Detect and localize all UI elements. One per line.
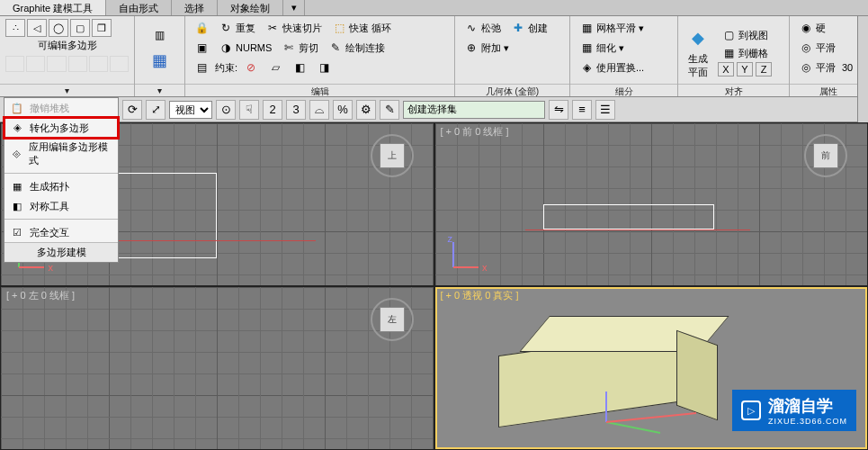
preserve-uv-button[interactable]: 🔒 bbox=[191, 19, 212, 37]
ribbon-tabstrip: Graphite 建模工具 自由形式 选择 对象绘制 ▾ bbox=[0, 0, 868, 16]
constraint-label: 约束: bbox=[215, 61, 237, 75]
tb-mirror[interactable]: ⇋ bbox=[549, 100, 568, 120]
dd-convert-to-poly[interactable]: 🞛转化为多边形 bbox=[4, 118, 118, 138]
create-button[interactable]: ✚创建 bbox=[507, 19, 551, 37]
panel-poly-dropdown[interactable]: ▾ bbox=[0, 84, 134, 96]
vp-left-label[interactable]: [ + 0 左 0 线框 ] bbox=[6, 289, 75, 302]
panel-edit-label[interactable]: 编辑 bbox=[185, 84, 454, 96]
tb-selection-set[interactable] bbox=[403, 101, 545, 119]
poly-mod-5[interactable] bbox=[89, 56, 108, 72]
dd-undo-stack: 📋撤销堆栈 bbox=[4, 98, 118, 118]
subobject-row: ∴ ◁ ◯ ▢ ❒ bbox=[5, 19, 129, 37]
tb-align[interactable]: ≡ bbox=[572, 100, 592, 120]
command-panel-collapsed[interactable] bbox=[857, 16, 868, 122]
tb-layers[interactable]: ☰ bbox=[595, 100, 615, 120]
align-y[interactable]: Y bbox=[737, 62, 753, 76]
make-planar-icon[interactable]: ◆ bbox=[684, 23, 712, 52]
dd-full-interactivity[interactable]: ☑完全交互 bbox=[4, 222, 118, 242]
subobj-element[interactable]: ❒ bbox=[92, 19, 112, 37]
viewcube-front[interactable]: 前 bbox=[802, 132, 849, 179]
tb-manip[interactable]: ☟ bbox=[239, 100, 259, 120]
poly-mod-2[interactable] bbox=[26, 56, 45, 72]
tab-freeform[interactable]: 自由形式 bbox=[106, 0, 172, 15]
stack-icon-2[interactable]: ▦ bbox=[146, 46, 174, 75]
subobj-edge[interactable]: ◁ bbox=[27, 19, 47, 37]
play-icon: ▷ bbox=[741, 400, 761, 420]
align-grid-button[interactable]: ▦到栅格 bbox=[718, 44, 772, 62]
panel-align-label[interactable]: 对齐 bbox=[678, 84, 789, 96]
align-z[interactable]: Z bbox=[756, 62, 772, 76]
tb-anglesnap[interactable]: ⌓ bbox=[309, 100, 329, 120]
collapse-button[interactable]: ▤ bbox=[191, 58, 212, 76]
usedisplace-button[interactable]: ◈使用置换... bbox=[576, 58, 648, 76]
align-view-button[interactable]: ▢到视图 bbox=[718, 26, 772, 44]
subobj-vertex[interactable]: ∴ bbox=[5, 19, 25, 37]
vp-persp-label[interactable]: [ + 0 透视 0 真实 ] bbox=[441, 289, 519, 302]
panel-stack-dropdown[interactable]: ▾ bbox=[135, 84, 184, 96]
svg-line-5 bbox=[606, 422, 660, 433]
constraint-none[interactable]: ⊘ bbox=[240, 58, 262, 76]
poly-mod-3[interactable] bbox=[47, 56, 66, 72]
tb-pctsnap[interactable]: % bbox=[333, 100, 353, 120]
watermark: ▷ 溜溜自学 ZIXUE.3D66.COM bbox=[732, 390, 856, 431]
quickslice-button[interactable]: ✂快速切片 bbox=[262, 19, 326, 37]
tb-rotate[interactable]: ⟳ bbox=[122, 100, 142, 120]
dd-footer[interactable]: 多边形建模 bbox=[4, 242, 118, 262]
align-x[interactable]: X bbox=[718, 62, 734, 76]
viewcube-left[interactable]: 左 bbox=[369, 296, 416, 343]
constraint-normal[interactable]: ◨ bbox=[313, 58, 335, 76]
axis-line-top bbox=[118, 240, 316, 241]
ribbon: ∴ ◁ ◯ ▢ ❒ 可编辑多边形 ▾ ▥ ▦ ▾ bbox=[0, 16, 868, 97]
tb-edit-named[interactable]: ✎ bbox=[380, 100, 399, 120]
cut-button[interactable]: ✄剪切 bbox=[278, 39, 322, 57]
subdivide-button[interactable]: ▦细化▾ bbox=[576, 39, 628, 57]
relax-button[interactable]: ∿松弛 bbox=[461, 19, 505, 37]
panel-prop-label[interactable]: 属性 bbox=[790, 84, 867, 96]
poly-mod-4[interactable] bbox=[68, 56, 87, 72]
smooth2-button[interactable]: ◎平滑 bbox=[795, 58, 839, 76]
nurms-button[interactable]: ◑NURMS bbox=[215, 39, 275, 57]
tb-scale[interactable]: ⤢ bbox=[146, 100, 166, 120]
repeat-button[interactable]: ↻重复 bbox=[215, 19, 259, 37]
tb-spinner[interactable]: ⚙ bbox=[356, 100, 376, 120]
constraint-edge[interactable]: ▱ bbox=[264, 58, 286, 76]
tb-snap3d[interactable]: 3 bbox=[286, 100, 306, 120]
vp-front-label[interactable]: [ + 0 前 0 线框 ] bbox=[441, 125, 509, 139]
tab-objectpaint[interactable]: 对象绘制 bbox=[218, 0, 283, 15]
viewcube-top[interactable]: 上 bbox=[369, 132, 416, 179]
object-rect-front[interactable] bbox=[543, 204, 714, 230]
watermark-url: ZIXUE.3D66.COM bbox=[768, 417, 847, 426]
subobj-border[interactable]: ◯ bbox=[49, 19, 68, 37]
viewport-front[interactable]: [ + 0 前 0 线框 ] 前 z x bbox=[435, 123, 868, 285]
hard-button[interactable]: ◉硬 bbox=[795, 19, 829, 37]
panel-geom-label[interactable]: 几何体 (全部) bbox=[455, 84, 569, 96]
smooth-value: 30 bbox=[842, 62, 853, 73]
stack-icon-1[interactable]: ▥ bbox=[153, 28, 167, 42]
genplane-b: 平面 bbox=[688, 67, 708, 77]
smooth-button[interactable]: ◎平滑 bbox=[795, 39, 839, 57]
paintconnect-button[interactable]: ✎绘制连接 bbox=[325, 39, 389, 57]
tb-center[interactable]: ⊙ bbox=[216, 100, 236, 120]
quickloop-button[interactable]: ⬚快速 循环 bbox=[328, 19, 395, 37]
tweak-button[interactable]: ▣ bbox=[191, 39, 212, 57]
viewport-grid: [ + 0 顶 0 线框 ] 上 y x [ + 0 前 0 线框 ] 前 z … bbox=[0, 122, 868, 450]
tb-refcoord[interactable]: 视图 bbox=[169, 101, 212, 119]
dd-apply-editpoly[interactable]: 🞜应用编辑多边形模式 bbox=[4, 138, 118, 170]
panel-subdiv-label[interactable]: 细分 bbox=[570, 84, 677, 96]
tab-overflow[interactable]: ▾ bbox=[283, 0, 305, 15]
constraint-face[interactable]: ◧ bbox=[289, 58, 310, 76]
attach-button[interactable]: ⊕附加▾ bbox=[461, 39, 513, 57]
poly-mod-6[interactable] bbox=[110, 56, 129, 72]
tab-select[interactable]: 选择 bbox=[172, 0, 218, 15]
tab-graphite[interactable]: Graphite 建模工具 bbox=[0, 0, 106, 15]
genplane-a: 生成 bbox=[688, 53, 708, 64]
subobj-polygon[interactable]: ▢ bbox=[70, 19, 90, 37]
viewport-perspective[interactable]: [ + 0 透视 0 真实 ] ▷ 溜溜自学 ZIXUE.3D66.COM bbox=[435, 287, 868, 449]
poly-mod-1[interactable] bbox=[5, 56, 24, 72]
meshsmooth-button[interactable]: ▦网格平滑▾ bbox=[576, 19, 648, 37]
dd-symmetry-tools[interactable]: ◧对称工具 bbox=[4, 196, 118, 216]
tb-snap2d[interactable]: 2 bbox=[263, 100, 282, 120]
viewport-left[interactable]: [ + 0 左 0 线框 ] 左 bbox=[1, 287, 434, 449]
axis-line-front bbox=[525, 230, 750, 230]
dd-generate-topology[interactable]: ▦生成拓扑 bbox=[4, 176, 118, 196]
